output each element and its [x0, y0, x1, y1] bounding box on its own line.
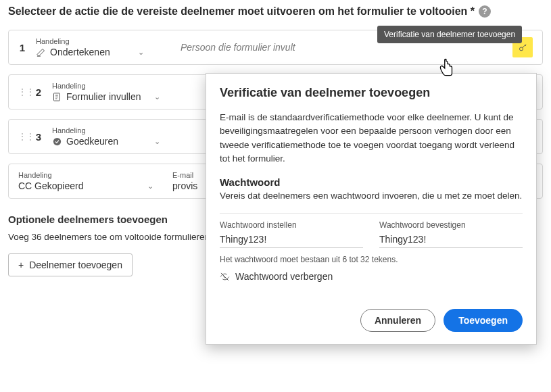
page-title: Selecteer de actie die de vereiste deeln… [8, 5, 543, 18]
action-label: Handeling [36, 37, 144, 45]
add-participant-label: Deelnemer toevoegen [29, 260, 122, 270]
action-label: Handeling [52, 126, 160, 134]
row-number: 1 [18, 42, 26, 53]
form-fill-icon [52, 92, 62, 102]
submit-button[interactable]: Toevoegen [444, 309, 523, 332]
password-hint: Het wachtwoord moet bestaan uit 6 tot 32… [220, 255, 523, 264]
password-set-label: Wachtwoord instellen [220, 220, 363, 230]
action-select-cc[interactable]: CC Gekopieerd ⌄ [18, 180, 153, 191]
action-group: Handeling CC Gekopieerd ⌄ [18, 171, 153, 191]
person-placeholder[interactable]: Persoon die formulier invult [181, 42, 295, 53]
password-confirm-group: Wachtwoord bevestigen Thingy123! [379, 220, 523, 248]
row-number: 2 [34, 87, 43, 98]
action-label: Handeling [18, 171, 153, 179]
hide-password-toggle[interactable]: Wachtwoord verbergen [220, 271, 523, 282]
action-select-approve[interactable]: Goedkeuren ⌄ [52, 136, 160, 147]
action-value: Goedkeuren [66, 136, 118, 147]
chevron-down-icon: ⌄ [154, 93, 160, 101]
chevron-down-icon: ⌄ [138, 48, 144, 57]
action-select-fill[interactable]: Formulier invullen ⌄ [52, 91, 160, 102]
email-value: provis [172, 180, 197, 191]
action-select-sign[interactable]: Ondertekenen ⌄ [36, 47, 144, 57]
help-icon[interactable]: ? [479, 5, 491, 18]
drag-handle-icon[interactable]: ⋮⋮ [18, 132, 25, 141]
svg-point-0 [519, 47, 523, 50]
hide-password-label: Wachtwoord verbergen [235, 271, 333, 282]
password-confirm-label: Wachtwoord bevestigen [379, 220, 523, 230]
modal-description: E-mail is de standaardverificatiemethode… [220, 111, 523, 166]
add-participant-button[interactable]: + Deelnemer toevoegen [8, 253, 133, 276]
svg-point-2 [53, 137, 61, 145]
key-icon [518, 43, 528, 53]
eye-off-icon [220, 272, 230, 282]
action-group: Handeling Ondertekenen ⌄ [36, 37, 144, 57]
action-value: CC Gekopieerd [18, 180, 84, 191]
chevron-down-icon: ⌄ [147, 182, 153, 191]
action-group: Handeling Formulier invullen ⌄ [52, 82, 160, 102]
page-title-text: Selecteer de actie die de vereiste deeln… [8, 5, 475, 18]
action-label: Handeling [52, 82, 160, 90]
action-group: Handeling Goedkeuren ⌄ [52, 126, 160, 147]
action-value: Ondertekenen [50, 47, 110, 57]
action-value: Formulier invullen [66, 91, 141, 102]
modal-title: Verificatie van deelnemer toevoegen [220, 86, 523, 100]
password-set-input[interactable]: Thingy123! [220, 234, 363, 248]
sign-icon [36, 47, 46, 57]
cancel-button[interactable]: Annuleren [360, 309, 435, 332]
modal-footer: Annuleren Toevoegen [220, 309, 523, 332]
chevron-down-icon: ⌄ [154, 137, 160, 146]
approve-icon [52, 137, 62, 147]
password-description: Vereis dat deelnemers een wachtwoord inv… [220, 191, 523, 201]
verification-tooltip: Verificatie van deelnemer toevoegen [377, 26, 522, 43]
drag-handle-icon[interactable]: ⋮⋮ [18, 88, 25, 96]
password-confirm-input[interactable]: Thingy123! [379, 234, 523, 248]
password-heading: Wachtwoord [220, 176, 523, 188]
plus-icon: + [18, 260, 24, 270]
verification-modal: Verificatie van deelnemer toevoegen E-ma… [206, 73, 537, 345]
password-fields: Wachtwoord instellen Thingy123! Wachtwoo… [220, 220, 523, 248]
divider [220, 213, 523, 214]
row-number: 3 [34, 131, 43, 143]
password-set-group: Wachtwoord instellen Thingy123! [220, 220, 363, 248]
